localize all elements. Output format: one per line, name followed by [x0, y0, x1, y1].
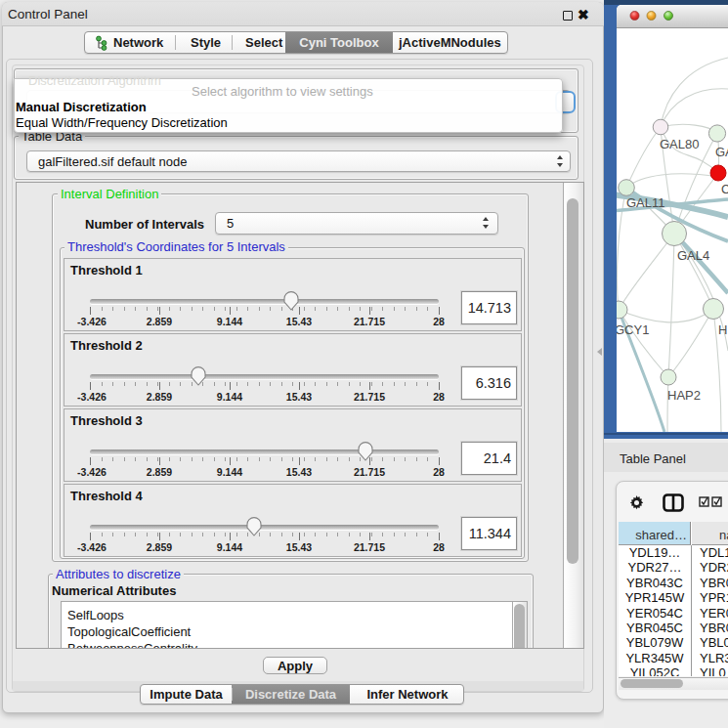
- svg-text:H: H: [718, 322, 727, 337]
- svg-text:GAL11: GAL11: [626, 195, 665, 210]
- svg-text:HAP2: HAP2: [667, 388, 701, 403]
- svg-text:C: C: [721, 182, 728, 196]
- svg-text:GCY1: GCY1: [617, 322, 649, 337]
- svg-text:GAL80: GAL80: [660, 137, 699, 151]
- svg-text:GA: GA: [715, 145, 728, 159]
- svg-text:GAL4: GAL4: [677, 248, 709, 263]
